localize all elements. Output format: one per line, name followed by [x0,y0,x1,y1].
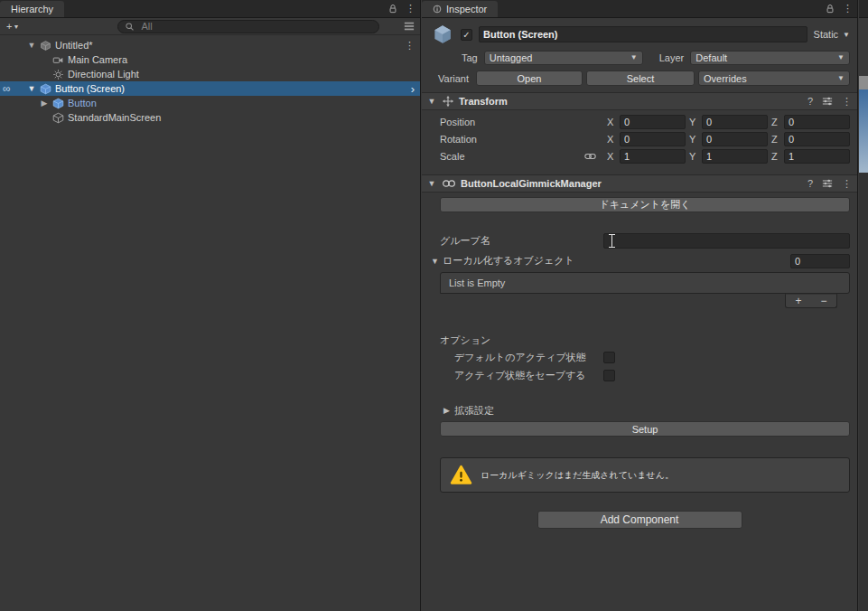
search-input[interactable] [139,20,372,33]
hierarchy-search-box[interactable] [117,20,379,33]
inspector-icon [433,5,442,14]
constrain-proportions-icon[interactable] [584,152,596,161]
scene-menu-icon[interactable]: ⋮ [405,41,415,51]
list-add-button[interactable]: + [795,296,801,306]
setup-button[interactable]: Setup [440,421,850,437]
add-component-button[interactable]: Add Component [537,511,742,529]
save-active-label: アクティブ状態をセーブする [454,369,603,382]
tree-item-label: Directional Light [65,69,139,80]
active-checkbox[interactable]: ✓ [461,29,472,41]
gimmick-component-title: ButtonLocalGimmickManager [461,178,602,189]
prefab-open-chevron-icon[interactable]: › [411,83,415,95]
advanced-settings-foldout[interactable]: ▶ 拡張設定 [422,403,857,418]
tag-dropdown[interactable]: Untagged ▼ [484,51,643,65]
transform-title: Transform [459,96,508,107]
tag-label: Tag [462,52,478,63]
rotation-z-input[interactable] [784,132,850,146]
hierarchy-menu-icon[interactable]: ⋮ [406,4,415,14]
scene-icon [38,40,52,52]
help-icon[interactable]: ? [807,96,813,107]
presets-icon[interactable] [822,96,833,107]
hierarchy-panel: Hierarchy ⋮ + ▼ [0,0,421,611]
create-object-button[interactable]: + ▼ [4,21,22,32]
layer-label: Layer [659,52,685,63]
list-empty-label: List is Empty [449,277,505,288]
chevron-down-icon: ▼ [625,53,638,61]
gameobject-icon [431,23,454,46]
options-label: オプション [422,334,857,347]
position-x-input[interactable] [620,115,686,129]
prefab-select-button[interactable]: Select [586,70,695,86]
checkbox-check-icon: ✓ [462,30,470,40]
kebab-menu-icon[interactable]: ⋮ [842,97,852,107]
default-active-checkbox[interactable] [603,352,615,363]
chevron-down-icon: ▼ [832,74,845,82]
tab-inspector[interactable]: Inspector [422,1,498,17]
cube-icon [51,112,65,124]
position-y-input[interactable] [702,115,768,129]
rotation-x-input[interactable] [620,132,686,146]
position-row: Position X Y Z [422,113,857,130]
presets-icon[interactable] [822,178,833,189]
tab-hierarchy[interactable]: Hierarchy [0,1,64,17]
list-footer: + − [422,294,857,308]
tree-item-button-screen[interactable]: ∞ ▼ Button (Screen) › [0,81,420,96]
rotation-y-input[interactable] [702,132,768,146]
tree-item-main-camera[interactable]: Main Camera [0,52,420,67]
rotation-row: Rotation X Y Z [422,130,857,147]
localize-objects-list: List is Empty [440,272,850,294]
gameobject-name-input[interactable] [479,26,807,42]
kebab-menu-icon[interactable]: ⋮ [842,179,852,189]
scale-y-input[interactable] [702,149,768,164]
position-z-input[interactable] [784,115,850,129]
lock-icon[interactable] [388,4,397,14]
list-remove-button[interactable]: − [820,296,826,306]
foldout-open-icon[interactable]: ▼ [426,97,437,106]
scene-foldout-icon[interactable]: ▼ [25,41,38,50]
gameobject-header: ✓ Static ▼ [422,18,857,49]
overrides-dropdown[interactable]: Overrides ▼ [698,70,850,86]
save-active-checkbox[interactable] [603,370,615,381]
foldout-open-icon[interactable]: ▼ [426,179,437,188]
scene-row[interactable]: ▼ Untitled* ⋮ [0,38,420,52]
scale-x-input[interactable] [620,149,686,164]
lock-icon[interactable] [826,4,835,14]
axis-y-label: Y [689,117,698,127]
chevron-down-icon: ▼ [832,53,845,61]
gimmick-indicator-icon: ∞ [3,83,11,94]
layer-dropdown[interactable]: Default ▼ [690,51,850,65]
tree-item-button[interactable]: ▶ Button [0,96,420,110]
gimmick-component-icon [442,178,456,189]
prefab-variant-row: Variant Open Select Overrides ▼ [422,70,857,86]
scene-filter-icon[interactable] [404,21,415,32]
foldout-open-icon[interactable]: ▼ [431,257,443,266]
tab-hierarchy-label: Hierarchy [11,4,53,14]
tab-inspector-label: Inspector [446,4,487,14]
prefab-cube-icon [51,98,65,109]
axis-z-label: Z [771,151,780,162]
prefab-open-button[interactable]: Open [476,70,583,86]
group-name-input[interactable] [603,233,850,249]
advanced-settings-label: 拡張設定 [454,404,494,418]
foldout-closed-icon[interactable]: ▶ [38,99,51,108]
transform-header[interactable]: ▼ Transform ? ⋮ [422,92,857,110]
hierarchy-toolbar: + ▼ [0,18,420,35]
help-icon[interactable]: ? [807,178,813,189]
tree-item-standardmainscreen[interactable]: StandardMainScreen [0,110,420,125]
static-label: Static [814,29,839,40]
foldout-open-icon[interactable]: ▼ [25,84,38,93]
gimmick-component-header[interactable]: ▼ ButtonLocalGimmickManager ? ⋮ [422,174,857,193]
static-dropdown[interactable]: Static ▼ [814,29,850,40]
localize-objects-label: ローカル化するオブジェクト [443,254,574,268]
open-document-button[interactable]: ドキュメントを開く [440,197,850,212]
hierarchy-tabbar: Hierarchy ⋮ [0,0,420,18]
inspector-menu-icon[interactable]: ⋮ [843,4,853,14]
default-active-row: デフォルトのアクティブ状態 [422,349,857,365]
warning-icon [450,465,472,485]
transform-icon [442,95,454,108]
group-name-row: グループ名 [422,232,857,249]
list-size-input[interactable] [790,254,850,268]
scale-z-input[interactable] [784,149,850,164]
axis-x-label: X [607,151,616,162]
tree-item-directional-light[interactable]: Directional Light [0,67,420,81]
